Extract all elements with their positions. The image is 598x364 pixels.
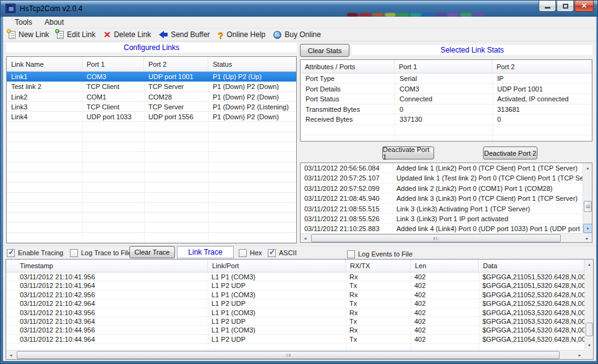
app-window: HsTcp2Com v2.0.4 ✕ Tools About New Link: [0, 0, 598, 364]
trace-row[interactable]: 03/11/2012 21:10:43.956 L1 P1 (COM3) Rx …: [6, 308, 584, 317]
events-horizontal-scrollbar[interactable]: ◄ ►: [301, 233, 592, 242]
event-row[interactable]: 03/11/2012 20:57:52.099 Added link 2 (Li…: [301, 184, 583, 193]
trace-row[interactable]: 03/11/2012 21:10:44.956 L1 P1 (COM3) Rx …: [6, 326, 584, 334]
event-row[interactable]: 03/11/2012 20:57:25.107 Updated link 1 (…: [301, 173, 583, 183]
clear-stats-button[interactable]: Clear Stats: [300, 44, 349, 57]
stats-row[interactable]: Port Details COM3 UDP Port 1001: [301, 84, 592, 95]
minimize-button[interactable]: [539, 1, 556, 12]
trace-row[interactable]: 03/11/2012 21:10:44.964 L1 P2 UDP Tx 402…: [6, 335, 584, 344]
deactivate-port1-button[interactable]: Deactivate Port 1: [382, 146, 434, 159]
scroll-up-button[interactable]: ▲: [583, 163, 592, 172]
trace-scroll-thumb[interactable]: [586, 323, 593, 336]
minimize-icon: [545, 7, 550, 9]
stats-row[interactable]: Received Bytes 337130 0: [301, 114, 592, 125]
log-events-label: Log Events to File: [358, 250, 412, 258]
column-header-rxtx[interactable]: RX/TX: [346, 260, 411, 272]
event-row[interactable]: 03/11/2012 21:08:45.940 Added link 3 (Li…: [301, 193, 583, 203]
send-buffer-button[interactable]: Send Buffer: [156, 29, 215, 40]
hex-checkbox[interactable]: Hex: [239, 247, 262, 259]
cell-data: $GPGGA,211054,5320.6428,N,00623.4552,W,1…: [479, 326, 584, 334]
cell-event-message: Link 3 (Link3) Port 1 IP port activated: [393, 214, 583, 224]
column-header-link-port[interactable]: Link/Port: [208, 260, 346, 272]
column-header-stats-port2[interactable]: Port 2: [492, 60, 592, 73]
trace-row[interactable]: 03/11/2012 21:10:42.964 L1 P2 UDP Tx 402…: [6, 299, 584, 308]
column-header-attributes[interactable]: Attributes / Ports: [301, 60, 395, 73]
cell-event-time: 03/11/2012 21:08:55.515: [301, 204, 393, 214]
column-header-len[interactable]: Len: [411, 260, 479, 272]
title-bar[interactable]: HsTcp2Com v2.0.4 ✕: [1, 1, 597, 17]
scroll-down-button[interactable]: ▼: [583, 224, 592, 233]
scroll-down-button[interactable]: ▼: [585, 341, 594, 350]
cell-len: 402: [411, 317, 479, 326]
cell-event-time: 03/11/2012 20:57:25.107: [301, 173, 393, 183]
deactivate-port2-button[interactable]: Deactivate Port 2: [483, 146, 537, 159]
link-stats-rows: Port Type Serial IP Port Details COM3 UD…: [301, 74, 592, 141]
buy-online-button[interactable]: Buy Online: [270, 29, 326, 40]
close-button[interactable]: ✕: [575, 1, 594, 12]
column-header-stats-port1[interactable]: Port 1: [395, 60, 492, 73]
log-events-checkbox[interactable]: Log Events to File: [347, 248, 412, 260]
cell-timestamp: 03/11/2012 21:10:42.956: [6, 290, 208, 299]
cell-link-port: L1 P1 (COM3): [208, 326, 346, 334]
link-row[interactable]: Link4 UDP port 1033 UDP port 1556 P1 (Do…: [7, 112, 296, 122]
event-row[interactable]: 03/11/2012 21:10:25.883 Added link 4 (Li…: [301, 224, 583, 233]
log-trace-checkbox[interactable]: Log Trace to File: [70, 247, 132, 259]
menu-item-about[interactable]: About: [39, 17, 69, 28]
cell-data: $GPGGA,211053,5320.6428,N,00623.4552,W,1…: [479, 317, 584, 326]
ascii-checkbox[interactable]: ASCII: [268, 247, 297, 259]
edit-link-button[interactable]: Edit Link: [54, 29, 100, 40]
stats-row[interactable]: Port Type Serial IP: [301, 74, 592, 84]
trace-horizontal-scrollbar[interactable]: ◄ ►: [6, 350, 584, 359]
events-hscroll-thumb[interactable]: [311, 234, 561, 242]
trace-row[interactable]: 03/11/2012 21:10:41.956 L1 P1 (COM3) Rx …: [6, 273, 584, 281]
stats-row[interactable]: Port Status Connected Activated, IP conn…: [301, 94, 592, 104]
column-header-status[interactable]: Status: [208, 57, 296, 71]
online-help-button[interactable]: ? Online Help: [215, 29, 270, 41]
cell-link-port: L1 P2 UDP: [208, 335, 346, 344]
link-row[interactable]: Link1 COM3 UDP port 1001 P1 (Up) P2 (Up): [7, 72, 296, 82]
cell-port2: UDP port 1001: [144, 72, 208, 82]
menu-item-tools[interactable]: Tools: [9, 17, 38, 28]
column-header-timestamp[interactable]: Timestamp: [6, 260, 208, 272]
trace-row[interactable]: 03/11/2012 21:10:43.964 L1 P2 UDP Tx 402…: [6, 317, 584, 326]
link-row[interactable]: Link2 COM1 COM28 P1 (Down) P2 (Down): [7, 92, 296, 102]
events-vertical-scrollbar[interactable]: ▲ ▼: [583, 163, 592, 233]
column-header-data[interactable]: Data: [479, 260, 584, 272]
column-header-link-name[interactable]: Link Name: [7, 57, 82, 71]
app-icon: [6, 4, 15, 13]
clear-trace-button[interactable]: Clear Trace: [129, 246, 175, 258]
link-row[interactable]: Link3 TCP Client TCP Server P1 (Down) P2…: [7, 102, 296, 112]
scroll-right-button[interactable]: ►: [583, 234, 592, 243]
events-scroll-thumb[interactable]: [584, 201, 592, 212]
enable-tracing-checkbox[interactable]: Enable Tracing: [7, 247, 63, 259]
cell-event-time: 03/11/2012 21:10:25.883: [301, 224, 393, 233]
cell-timestamp: 03/11/2012 21:10:42.964: [6, 299, 208, 308]
menu-bar: Tools About: [3, 17, 596, 28]
scroll-left-button[interactable]: ◄: [6, 350, 15, 360]
trace-row[interactable]: 03/11/2012 21:10:42.956 L1 P1 (COM3) Rx …: [6, 290, 584, 299]
column-header-port2[interactable]: Port 2: [144, 57, 208, 71]
checkbox-icon: [7, 249, 15, 257]
trace-row[interactable]: 03/11/2012 21:10:41.964 L1 P2 UDP Tx 402…: [6, 281, 584, 290]
event-row[interactable]: 03/11/2012 21:08:55.526 Link 3 (Link3) P…: [301, 214, 583, 224]
scroll-left-button[interactable]: ◄: [301, 234, 310, 243]
scroll-up-button[interactable]: ▲: [585, 260, 594, 269]
delete-link-button[interactable]: ✕ Delete Link: [100, 29, 156, 40]
column-header-port1[interactable]: Port 1: [82, 57, 144, 71]
trace-hscroll-thumb[interactable]: [17, 351, 560, 359]
new-link-button[interactable]: New Link: [6, 29, 54, 40]
event-row[interactable]: 03/11/2012 21:08:55.515 Link 3 (Link3) A…: [301, 204, 583, 214]
cell-attribute: Port Details: [301, 84, 395, 95]
cell-port1: TCP Client: [82, 82, 144, 91]
stats-row[interactable]: Transmitted Bytes 0 313681: [301, 104, 592, 115]
trace-vertical-scrollbar[interactable]: ▲ ▼: [584, 260, 593, 350]
log-trace-label: Log Trace to File: [81, 249, 132, 256]
scroll-right-button[interactable]: ►: [575, 350, 584, 360]
cell-data: $GPGGA,211051,5320.6428,N,00623.4552,W,1…: [479, 273, 584, 281]
event-row[interactable]: 03/11/2012 20:56:56.084 Added link 1 (Li…: [301, 163, 583, 173]
cell-data: $GPGGA,211052,5320.6428,N,00623.4552,W,1…: [479, 290, 584, 299]
cell-port1-value: Serial: [395, 74, 492, 84]
configured-links-title: Configured Links: [6, 43, 297, 53]
link-row[interactable]: Test link 2 TCP Client TCP Server P1 (Do…: [7, 82, 296, 91]
maximize-button[interactable]: [557, 1, 574, 12]
